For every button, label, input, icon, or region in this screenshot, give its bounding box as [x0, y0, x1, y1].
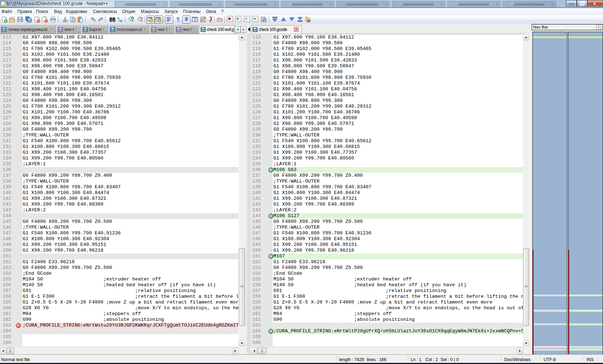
svg-text:a: a: [120, 18, 122, 23]
svg-text:b: b: [117, 16, 120, 20]
svg-text:¶: ¶: [177, 17, 180, 23]
svg-text:D: D: [212, 19, 214, 22]
svg-text:uc: uc: [264, 19, 266, 22]
